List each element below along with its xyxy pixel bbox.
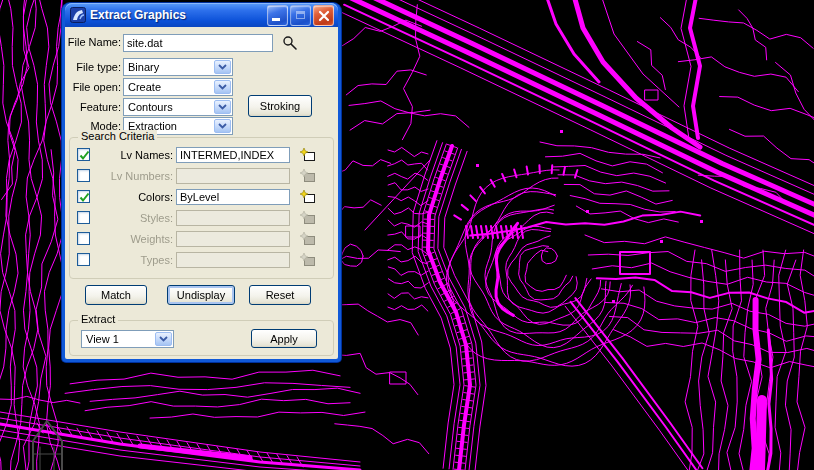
- weights-checkbox[interactable]: [77, 232, 90, 245]
- lv-numbers-picker-icon[interactable]: [300, 169, 316, 183]
- search-criteria-title: Search Criteria: [78, 130, 157, 142]
- styles-checkbox[interactable]: [77, 211, 90, 224]
- chevron-down-icon: [159, 336, 168, 342]
- apply-button[interactable]: Apply: [251, 329, 317, 348]
- search-icon[interactable]: [282, 35, 298, 51]
- styles-picker-icon[interactable]: [300, 211, 316, 225]
- file-open-select[interactable]: Create: [123, 78, 233, 96]
- chevron-down-icon: [218, 104, 227, 110]
- stroking-button[interactable]: Stroking: [248, 95, 312, 117]
- file-type-select[interactable]: Binary: [123, 58, 233, 76]
- types-label: Types:: [93, 254, 173, 266]
- lv-names-label: Lv Names:: [93, 149, 173, 161]
- minimize-icon: [272, 18, 280, 21]
- extract-group-title: Extract: [78, 313, 118, 325]
- types-input[interactable]: [176, 252, 290, 268]
- undisplay-button[interactable]: Undisplay: [167, 285, 235, 305]
- colors-label: Colors:: [93, 191, 173, 203]
- file-name-label: File Name:: [65, 36, 121, 48]
- lv-numbers-label: Lv Numbers:: [93, 170, 173, 182]
- styles-label: Styles:: [93, 212, 173, 224]
- types-checkbox[interactable]: [77, 253, 90, 266]
- feature-label: Feature:: [65, 101, 121, 113]
- close-icon: [314, 6, 335, 27]
- colors-input[interactable]: [176, 189, 290, 205]
- dialog-body: File Name: File type: Binary File open: …: [65, 27, 338, 359]
- types-picker-icon[interactable]: [300, 253, 316, 267]
- view-select[interactable]: View 1: [81, 330, 174, 348]
- weights-picker-icon[interactable]: [300, 232, 316, 246]
- file-type-label: File type:: [65, 61, 121, 73]
- extract-graphics-dialog: Extract Graphics File Name: File type: B…: [62, 3, 341, 362]
- lv-numbers-input[interactable]: [176, 168, 290, 184]
- colors-picker-icon[interactable]: [300, 190, 316, 204]
- file-type-value: Binary: [128, 60, 159, 74]
- file-name-input[interactable]: [123, 34, 273, 52]
- maximize-icon: [296, 11, 305, 19]
- file-open-value: Create: [128, 80, 161, 94]
- maximize-button[interactable]: [290, 5, 311, 26]
- weights-label: Weights:: [93, 233, 173, 245]
- app-icon: [70, 7, 86, 23]
- file-open-label: File open:: [65, 81, 121, 93]
- chevron-down-icon: [218, 64, 227, 70]
- view-select-value: View 1: [86, 332, 119, 346]
- close-button[interactable]: [313, 5, 334, 26]
- lv-names-picker-icon[interactable]: [300, 148, 316, 162]
- feature-select[interactable]: Contours: [123, 98, 233, 116]
- reset-button[interactable]: Reset: [249, 285, 311, 305]
- check-icon: [78, 191, 91, 204]
- chevron-down-icon: [218, 84, 227, 90]
- weights-input[interactable]: [176, 231, 290, 247]
- lv-names-checkbox[interactable]: [77, 148, 90, 161]
- dialog-title: Extract Graphics: [90, 8, 186, 22]
- dialog-titlebar[interactable]: Extract Graphics: [65, 3, 338, 27]
- lv-numbers-checkbox[interactable]: [77, 169, 90, 182]
- match-button[interactable]: Match: [85, 285, 147, 305]
- chevron-down-icon: [218, 123, 227, 129]
- minimize-button[interactable]: [267, 5, 288, 26]
- feature-value: Contours: [128, 100, 173, 114]
- styles-input[interactable]: [176, 210, 290, 226]
- check-icon: [78, 149, 91, 162]
- colors-checkbox[interactable]: [77, 190, 90, 203]
- lv-names-input[interactable]: [176, 147, 290, 163]
